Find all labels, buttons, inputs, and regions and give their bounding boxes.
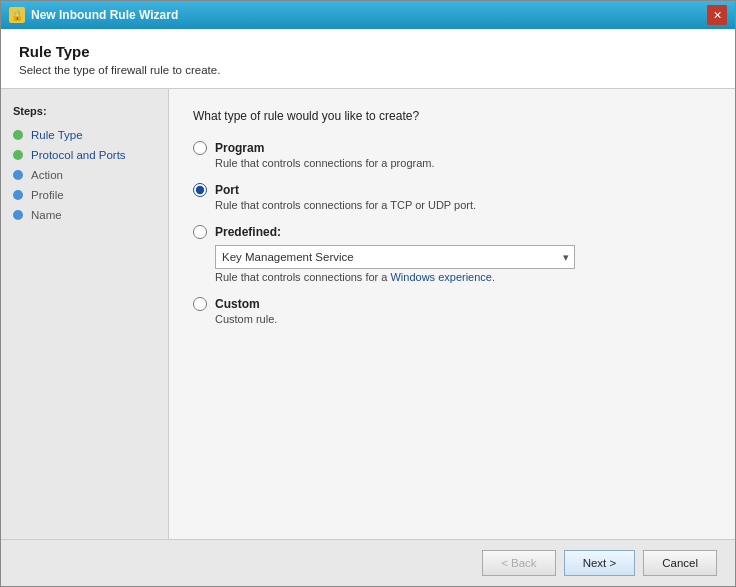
window-title: New Inbound Rule Wizard	[31, 8, 178, 22]
dot-icon-rule-type	[13, 130, 23, 140]
header-section: Rule Type Select the type of firewall ru…	[1, 29, 735, 89]
radio-row-port: Port	[193, 183, 711, 197]
radio-desc-program: Rule that controls connections for a pro…	[215, 157, 711, 169]
dot-icon-action	[13, 170, 23, 180]
dot-icon-protocol-ports	[13, 150, 23, 160]
radio-desc-custom: Custom rule.	[215, 313, 711, 325]
close-button[interactable]: ✕	[707, 5, 727, 25]
next-button[interactable]: Next >	[564, 550, 636, 576]
option-custom: Custom Custom rule.	[193, 297, 711, 325]
option-program: Program Rule that controls connections f…	[193, 141, 711, 169]
radio-label-port: Port	[215, 183, 239, 197]
question-text: What type of rule would you like to crea…	[193, 109, 711, 123]
radio-program[interactable]	[193, 141, 207, 155]
radio-row-predefined: Predefined:	[193, 225, 711, 239]
steps-label: Steps:	[1, 101, 168, 125]
page-subtitle: Select the type of firewall rule to crea…	[19, 64, 717, 76]
radio-port[interactable]	[193, 183, 207, 197]
wizard-window: 🔒 New Inbound Rule Wizard ✕ Rule Type Se…	[0, 0, 736, 587]
sidebar-item-label-profile: Profile	[31, 189, 64, 201]
predefined-select[interactable]: Key Management Service BranchCache - Con…	[215, 245, 575, 269]
radio-desc-port: Rule that controls connections for a TCP…	[215, 199, 711, 211]
footer: < Back Next > Cancel	[1, 539, 735, 586]
radio-label-program: Program	[215, 141, 264, 155]
sidebar-item-label-protocol-ports: Protocol and Ports	[31, 149, 126, 161]
page-title: Rule Type	[19, 43, 717, 60]
titlebar: 🔒 New Inbound Rule Wizard ✕	[1, 1, 735, 29]
window-icon: 🔒	[9, 7, 25, 23]
radio-group: Program Rule that controls connections f…	[193, 141, 711, 325]
sidebar-item-rule-type[interactable]: Rule Type	[1, 125, 168, 145]
main-body: Steps: Rule Type Protocol and Ports Acti…	[1, 89, 735, 539]
radio-desc-predefined: Rule that controls connections for a Win…	[215, 271, 711, 283]
radio-predefined[interactable]	[193, 225, 207, 239]
content-area: Rule Type Select the type of firewall ru…	[1, 29, 735, 586]
cancel-button[interactable]: Cancel	[643, 550, 717, 576]
radio-label-predefined: Predefined:	[215, 225, 281, 239]
radio-label-custom: Custom	[215, 297, 260, 311]
sidebar-item-protocol-ports[interactable]: Protocol and Ports	[1, 145, 168, 165]
right-panel: What type of rule would you like to crea…	[169, 89, 735, 539]
back-button[interactable]: < Back	[482, 550, 555, 576]
sidebar: Steps: Rule Type Protocol and Ports Acti…	[1, 89, 169, 539]
windows-link[interactable]: Windows experience	[390, 271, 492, 283]
sidebar-item-label-name: Name	[31, 209, 62, 221]
option-predefined: Predefined: Key Management Service Branc…	[193, 225, 711, 283]
sidebar-item-label-action: Action	[31, 169, 63, 181]
sidebar-item-action[interactable]: Action	[1, 165, 168, 185]
radio-row-program: Program	[193, 141, 711, 155]
sidebar-item-profile[interactable]: Profile	[1, 185, 168, 205]
option-port: Port Rule that controls connections for …	[193, 183, 711, 211]
radio-custom[interactable]	[193, 297, 207, 311]
predefined-select-wrapper[interactable]: Key Management Service BranchCache - Con…	[215, 245, 575, 269]
dot-icon-profile	[13, 190, 23, 200]
sidebar-item-label-rule-type: Rule Type	[31, 129, 83, 141]
radio-row-custom: Custom	[193, 297, 711, 311]
dot-icon-name	[13, 210, 23, 220]
titlebar-left: 🔒 New Inbound Rule Wizard	[9, 7, 178, 23]
sidebar-item-name[interactable]: Name	[1, 205, 168, 225]
